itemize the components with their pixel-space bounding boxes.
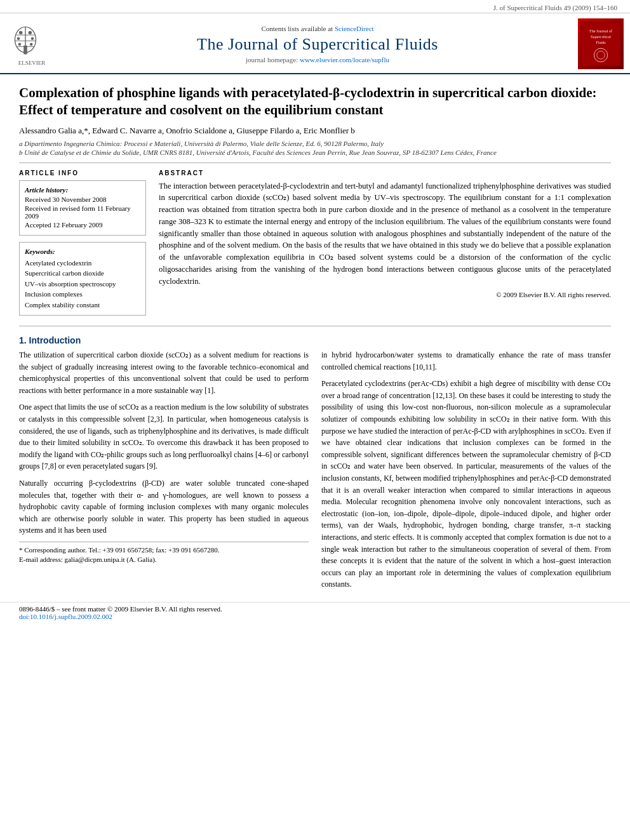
affiliation-b: b Unité de Catalyse et de Chimie du Soli… [19,149,611,156]
abstract-label: ABSTRACT [159,170,611,177]
right-para-2: Peracetylated cyclodextrins (perAc-CDs) … [321,378,611,590]
affiliation-b-text: b Unité de Catalyse et de Chimie du Soli… [19,149,497,156]
copyright: © 2009 Elsevier B.V. All rights reserved… [159,291,611,298]
intro-para-1: The utilization of supercritical carbon … [19,349,309,396]
issn-text: 0896-8446/$ – see front matter © 2009 El… [19,605,611,613]
right-column: ABSTRACT The interaction between peracet… [159,170,611,316]
article-info-abstract: ARTICLE INFO Article history: Received 3… [19,170,611,316]
journal-header: ELSEVIER Contents lists available at Sci… [0,13,630,74]
svg-point-8 [17,37,20,40]
received-revised-date: Received in revised form 11 February 200… [25,204,140,220]
doi-area: 0896-8446/$ – see front matter © 2009 El… [0,602,630,623]
body-two-col: The utilization of supercritical carbon … [19,349,611,596]
svg-point-6 [19,30,22,34]
authors-text: Alessandro Galia a,*, Edward C. Navarre … [19,126,355,135]
right-para-1: in hybrid hydrocarbon/water systems to d… [321,349,611,373]
footnote-email: E-mail address: galia@dicpm.unipa.it (A.… [19,556,309,563]
accepted-date: Accepted 12 February 2009 [25,221,140,229]
received-date: Received 30 November 2008 [25,196,140,203]
affiliation-a-text: a Dipartimento Ingegneria Chimica: Proce… [19,140,384,147]
body-right-col: in hybrid hydrocarbon/water systems to d… [321,349,611,596]
journal-name: The Journal of Supercritical Fluids [57,35,578,54]
article-title-text: Complexation of phosphine ligands with p… [19,85,597,117]
svg-point-9 [31,37,34,40]
affiliation-a: a Dipartimento Ingegneria Chimica: Proce… [19,140,611,147]
elsevier-logo: ELSEVIER [6,22,57,66]
elsevier-wordmark: ELSEVIER [6,60,57,66]
intro-para-2: One aspect that limits the use of scCO₂ … [19,401,309,472]
svg-text:Supercritical: Supercritical [591,34,611,39]
keyword-3: UV–vis absorption spectroscopy [25,279,140,290]
svg-text:The Journal of: The Journal of [589,29,613,33]
svg-point-11 [30,43,33,46]
citation-bar: J. of Supercritical Fluids 49 (2009) 154… [0,0,630,13]
article-info-label: ARTICLE INFO [19,170,146,177]
article-title: Complexation of phosphine ligands with p… [19,84,611,119]
journal-title-area: Contents lists available at ScienceDirec… [57,25,578,63]
svg-point-10 [18,43,22,46]
sciencedirect-info: Contents lists available at ScienceDirec… [57,25,578,32]
svg-point-7 [29,30,32,34]
svg-text:Fluids: Fluids [596,40,606,44]
keyword-4: Inclusion complexes [25,289,140,300]
abstract-text: The interaction between peracetylated-β-… [159,180,611,288]
footnote-corresponding: * Corresponding author. Tel.: +39 091 65… [19,546,309,554]
authors-line: Alessandro Galia a,*, Edward C. Navarre … [19,126,611,136]
intro-para-3: Naturally occurring β-cyclodextrins (β-C… [19,477,309,537]
body-left-col: The utilization of supercritical carbon … [19,349,309,596]
journal-cover: The Journal of Supercritical Fluids [578,18,624,69]
page: J. of Supercritical Fluids 49 (2009) 154… [0,0,630,623]
footnotes: * Corresponding author. Tel.: +39 091 65… [19,542,309,563]
journal-citation: J. of Supercritical Fluids 49 (2009) 154… [493,4,617,11]
keywords-label: Keywords: [25,248,140,255]
keyword-2: Supercritical carbon dioxide [25,268,140,279]
keyword-5: Complex stability constant [25,300,140,310]
divider [19,163,611,163]
intro-heading: 1. Introduction [19,335,611,345]
left-column: ARTICLE INFO Article history: Received 3… [19,170,146,316]
article-content: Complexation of phosphine ligands with p… [0,74,630,326]
body-content: 1. Introduction The utilization of super… [0,326,630,602]
keyword-1: Acetylated cyclodextrin [25,258,140,269]
doi-text: doi:10.1016/j.supflu.2009.02.002 [19,613,611,620]
keywords-box: Keywords: Acetylated cyclodextrin Superc… [19,242,146,316]
journal-homepage: journal homepage: www.elsevier.com/locat… [57,56,578,63]
homepage-url[interactable]: www.elsevier.com/locate/supflu [300,56,389,63]
article-history-box: Article history: Received 30 November 20… [19,180,146,236]
sciencedirect-link[interactable]: ScienceDirect [335,25,374,32]
history-label: Article history: [25,186,140,194]
doi-link[interactable]: doi:10.1016/j.supflu.2009.02.002 [19,613,112,620]
